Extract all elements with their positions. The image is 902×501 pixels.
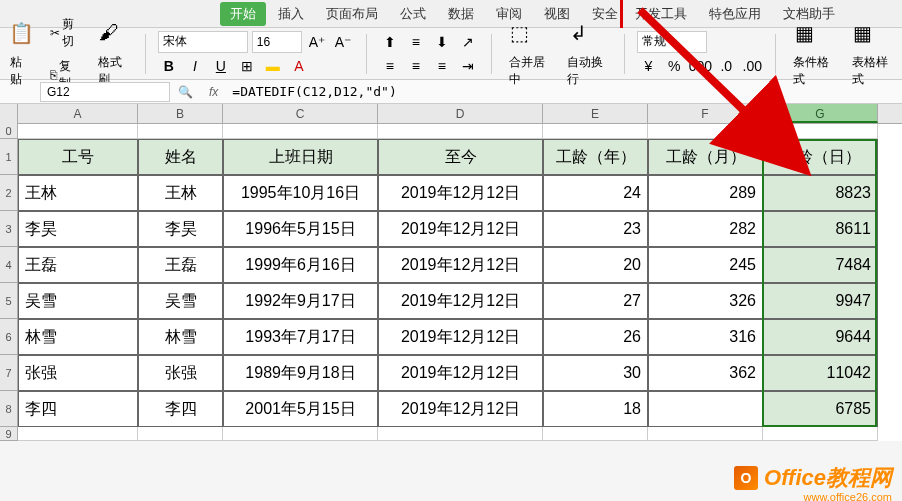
row-header-0[interactable]: 0 xyxy=(0,124,18,139)
cell-name[interactable]: 张强 xyxy=(138,355,223,391)
cell-F0[interactable] xyxy=(648,124,763,139)
tab-layout[interactable]: 页面布局 xyxy=(316,0,388,28)
currency-button[interactable]: ¥ xyxy=(637,55,659,77)
cond-format-icon[interactable]: ▦ xyxy=(788,17,820,49)
row-header-7[interactable]: 7 xyxy=(0,355,18,391)
percent-button[interactable]: % xyxy=(663,55,685,77)
cell-start[interactable]: 1999年6月16日 xyxy=(223,247,378,283)
cell-end[interactable]: 2019年12月12日 xyxy=(378,355,543,391)
cell-F9[interactable] xyxy=(648,427,763,441)
indent-button[interactable]: ⇥ xyxy=(457,55,479,77)
cell-C0[interactable] xyxy=(223,124,378,139)
number-format-select[interactable] xyxy=(637,31,707,53)
zoom-icon[interactable]: 🔍 xyxy=(170,85,201,99)
col-header-A[interactable]: A xyxy=(18,104,138,123)
format-painter-icon[interactable]: 🖌 xyxy=(93,17,125,49)
col-header-B[interactable]: B xyxy=(138,104,223,123)
row-header-3[interactable]: 3 xyxy=(0,211,18,247)
header-months[interactable]: 工龄（月） xyxy=(648,139,763,175)
cell-days[interactable]: 7484 xyxy=(763,247,878,283)
select-all-corner[interactable] xyxy=(0,104,18,124)
fx-label[interactable]: fx xyxy=(201,85,226,99)
align-middle-button[interactable]: ≡ xyxy=(405,31,427,53)
cell-D0[interactable] xyxy=(378,124,543,139)
comma-button[interactable]: 000 xyxy=(689,55,711,77)
cell-end[interactable]: 2019年12月12日 xyxy=(378,283,543,319)
cell-days[interactable]: 8611 xyxy=(763,211,878,247)
tab-formula[interactable]: 公式 xyxy=(390,0,436,28)
paste-button[interactable]: 粘贴 xyxy=(5,51,37,91)
increase-decimal-button[interactable]: .00 xyxy=(741,55,763,77)
cell-name[interactable]: 李四 xyxy=(138,391,223,427)
cell-E9[interactable] xyxy=(543,427,648,441)
cell-years[interactable]: 18 xyxy=(543,391,648,427)
header-id[interactable]: 工号 xyxy=(18,139,138,175)
cell-id[interactable]: 张强 xyxy=(18,355,138,391)
font-name-select[interactable] xyxy=(158,31,248,53)
cell-days[interactable]: 6785 xyxy=(763,391,878,427)
border-button[interactable]: ⊞ xyxy=(236,55,258,77)
bold-button[interactable]: B xyxy=(158,55,180,77)
wrap-icon[interactable]: ↲ xyxy=(562,17,594,49)
tab-insert[interactable]: 插入 xyxy=(268,0,314,28)
col-header-F[interactable]: F xyxy=(648,104,763,123)
cell-start[interactable]: 1989年9月18日 xyxy=(223,355,378,391)
header-start[interactable]: 上班日期 xyxy=(223,139,378,175)
cell-years[interactable]: 23 xyxy=(543,211,648,247)
cell-name[interactable]: 林雪 xyxy=(138,319,223,355)
cell-name[interactable]: 李昊 xyxy=(138,211,223,247)
cell-name[interactable]: 王林 xyxy=(138,175,223,211)
row-header-2[interactable]: 2 xyxy=(0,175,18,211)
row-header-8[interactable]: 8 xyxy=(0,391,18,427)
cell-D9[interactable] xyxy=(378,427,543,441)
header-end[interactable]: 至今 xyxy=(378,139,543,175)
fill-color-button[interactable]: ▬ xyxy=(262,55,284,77)
cell-months[interactable]: 326 xyxy=(648,283,763,319)
cell-months[interactable]: 245 xyxy=(648,247,763,283)
cut-button[interactable]: ✂剪切 xyxy=(45,13,85,53)
cell-E0[interactable] xyxy=(543,124,648,139)
cell-end[interactable]: 2019年12月12日 xyxy=(378,319,543,355)
tab-data[interactable]: 数据 xyxy=(438,0,484,28)
tab-special[interactable]: 特色应用 xyxy=(699,0,771,28)
row-header-5[interactable]: 5 xyxy=(0,283,18,319)
cell-start[interactable]: 1996年5月15日 xyxy=(223,211,378,247)
cell-years[interactable]: 20 xyxy=(543,247,648,283)
font-size-select[interactable] xyxy=(252,31,302,53)
header-days[interactable]: 工龄（日） xyxy=(763,139,878,175)
cell-start[interactable]: 1993年7月17日 xyxy=(223,319,378,355)
merge-icon[interactable]: ⬚ xyxy=(504,17,536,49)
cell-end[interactable]: 2019年12月12日 xyxy=(378,247,543,283)
align-bottom-button[interactable]: ⬇ xyxy=(431,31,453,53)
cell-end[interactable]: 2019年12月12日 xyxy=(378,391,543,427)
col-header-G[interactable]: G xyxy=(763,104,878,123)
cell-start[interactable]: 1992年9月17日 xyxy=(223,283,378,319)
formula-input[interactable] xyxy=(226,82,902,102)
cell-months[interactable]: 362 xyxy=(648,355,763,391)
cell-id[interactable]: 王林 xyxy=(18,175,138,211)
header-name[interactable]: 姓名 xyxy=(138,139,223,175)
cell-C9[interactable] xyxy=(223,427,378,441)
increase-font-button[interactable]: A⁺ xyxy=(306,31,328,53)
cell-id[interactable]: 李四 xyxy=(18,391,138,427)
cell-id[interactable]: 王磊 xyxy=(18,247,138,283)
row-header-1[interactable]: 1 xyxy=(0,139,18,175)
align-top-button[interactable]: ⬆ xyxy=(379,31,401,53)
col-header-D[interactable]: D xyxy=(378,104,543,123)
cell-days[interactable]: 9947 xyxy=(763,283,878,319)
cell-end[interactable]: 2019年12月12日 xyxy=(378,211,543,247)
italic-button[interactable]: I xyxy=(184,55,206,77)
row-header-4[interactable]: 4 xyxy=(0,247,18,283)
tab-devtools[interactable]: 开发工具 xyxy=(625,0,697,28)
row-header-9[interactable]: 9 xyxy=(0,427,18,441)
cell-years[interactable]: 26 xyxy=(543,319,648,355)
decrease-decimal-button[interactable]: .0 xyxy=(715,55,737,77)
cell-name[interactable]: 吴雪 xyxy=(138,283,223,319)
col-header-E[interactable]: E xyxy=(543,104,648,123)
cell-years[interactable]: 24 xyxy=(543,175,648,211)
cell-years[interactable]: 27 xyxy=(543,283,648,319)
cell-G9[interactable] xyxy=(763,427,878,441)
paste-icon[interactable]: 📋 xyxy=(5,17,37,49)
decrease-font-button[interactable]: A⁻ xyxy=(332,31,354,53)
cell-G0[interactable] xyxy=(763,124,878,139)
